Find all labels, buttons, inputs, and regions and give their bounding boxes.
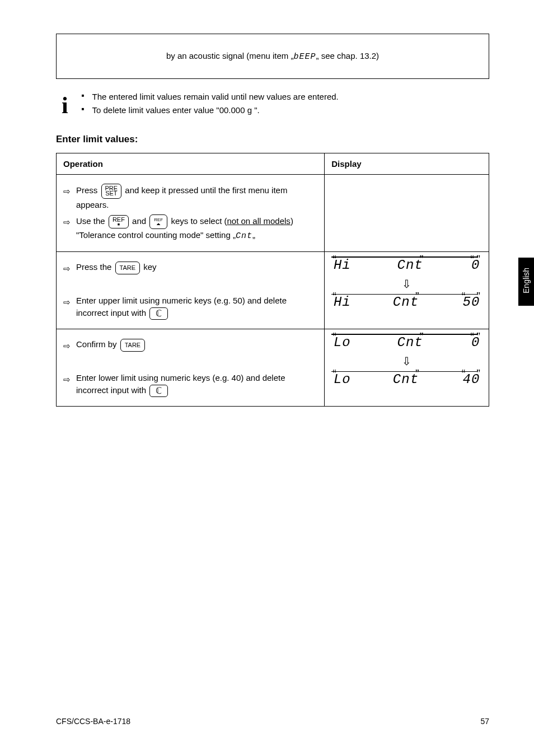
info-bullet-2: ■ To delete limit values enter value "00… <box>82 104 339 117</box>
down-arrow-icon: ⇩ <box>330 354 483 368</box>
footer-doc-id: CFS/CCS-BA-e-1718 <box>56 717 130 726</box>
footer-page-number: 57 <box>480 717 489 726</box>
step-text: Press PRE SET and keep it pressed until … <box>76 184 317 211</box>
display-cell-empty <box>325 175 489 252</box>
arrow-icon: ⇨ <box>63 263 71 276</box>
ref-up-button: REF ⏶ <box>149 214 167 228</box>
clear-button: ℂ <box>149 307 168 320</box>
step-text: Press the TARE key <box>76 261 157 274</box>
clear-button: ℂ <box>149 385 168 397</box>
page-footer: CFS/CCS-BA-e-1718 57 <box>56 717 489 726</box>
arrow-icon: ⇨ <box>63 374 71 386</box>
step-text: Enter upper limit using numeric keys (e.… <box>76 295 317 320</box>
language-tab: English <box>518 258 534 306</box>
down-arrow-icon: ⇩ <box>330 277 483 291</box>
arrow-icon: ⇨ <box>63 185 71 198</box>
acoustic-signal-note: by an acoustic signal (menu item „bEEP„ … <box>56 34 489 79</box>
language-label: English <box>522 263 531 298</box>
step-text: Confirm by TARE <box>76 338 146 352</box>
arrow-icon: ⇨ <box>63 340 71 353</box>
display-cell: “Hi Cnt” “0” ⇩ “Hi Cnt” “50” <box>325 252 489 329</box>
arrow-icon: ⇨ <box>63 216 71 229</box>
section-heading: Enter limit values: <box>56 134 489 145</box>
table-row: ⇨ Press the TARE key ⇨ Enter upper limit… <box>57 252 489 329</box>
arrow-icon: ⇨ <box>63 296 71 309</box>
tare-button: TARE <box>120 339 146 352</box>
ref-button: REF ■ <box>109 215 129 228</box>
bullet-text: The entered limit values remain valid un… <box>92 90 339 104</box>
display-cell: “Lo Cnt” “0” ⇩ “Lo Cnt” “40” <box>325 329 489 407</box>
step-text: Enter lower limit using numeric keys (e.… <box>76 372 317 398</box>
col-display-header: Display <box>325 153 489 175</box>
table-row: ⇨ Confirm by TARE ⇨ Enter lower limit us… <box>57 329 489 407</box>
info-bullet-1: ■ The entered limit values remain valid … <box>82 90 339 104</box>
note-text-b: „ see chap. 13.2) <box>316 51 380 60</box>
info-icon: i <box>62 94 68 117</box>
note-text-a: by an acoustic signal (menu item „ <box>166 51 294 60</box>
bullet-icon: ■ <box>82 90 85 104</box>
col-operation-header: Operation <box>57 153 325 175</box>
preset-button: PRE SET <box>101 184 122 199</box>
tare-button: TARE <box>115 262 140 274</box>
info-block: i ■ The entered limit values remain vali… <box>62 90 489 117</box>
bullet-text: To delete limit values enter value "00.0… <box>92 104 260 117</box>
note-seg: bEEP <box>294 52 316 62</box>
table-row: ⇨ Press PRE SET and keep it pressed unti… <box>57 175 489 252</box>
limits-table: Operation Display ⇨ Press PRE SET <box>56 153 489 407</box>
step-text: Use the REF ■ and REF ⏶ <box>76 214 317 242</box>
bullet-icon: ■ <box>82 104 85 117</box>
